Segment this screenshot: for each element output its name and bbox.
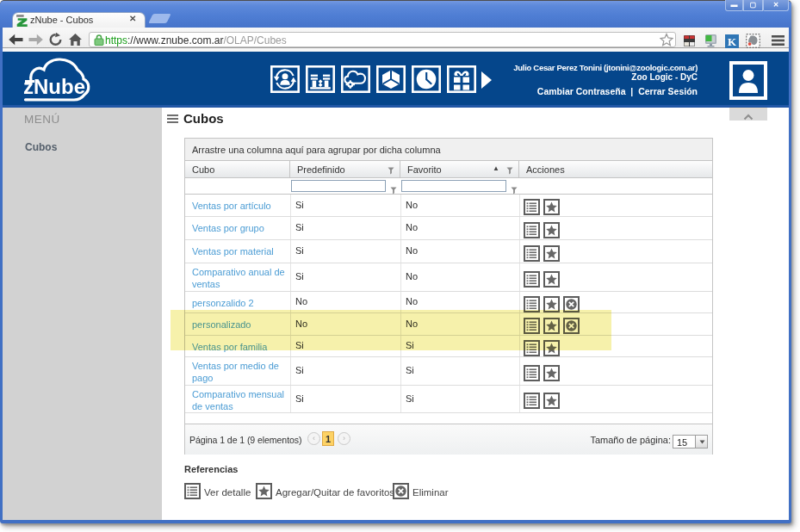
svg-text:K: K <box>728 35 737 48</box>
